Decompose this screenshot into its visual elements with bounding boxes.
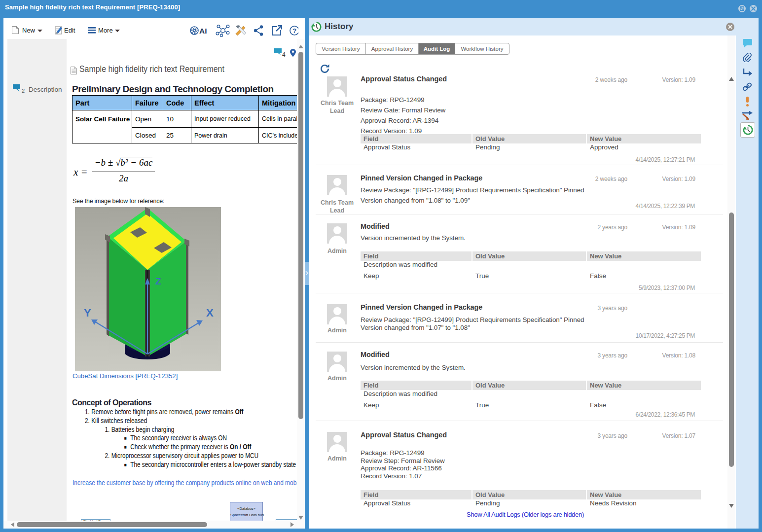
svg-text:X: X xyxy=(206,307,214,319)
svg-text:AI: AI xyxy=(199,27,207,35)
svg-text:?: ? xyxy=(292,27,296,35)
svg-text:Y: Y xyxy=(84,307,91,319)
svg-text:Z: Z xyxy=(155,276,161,286)
